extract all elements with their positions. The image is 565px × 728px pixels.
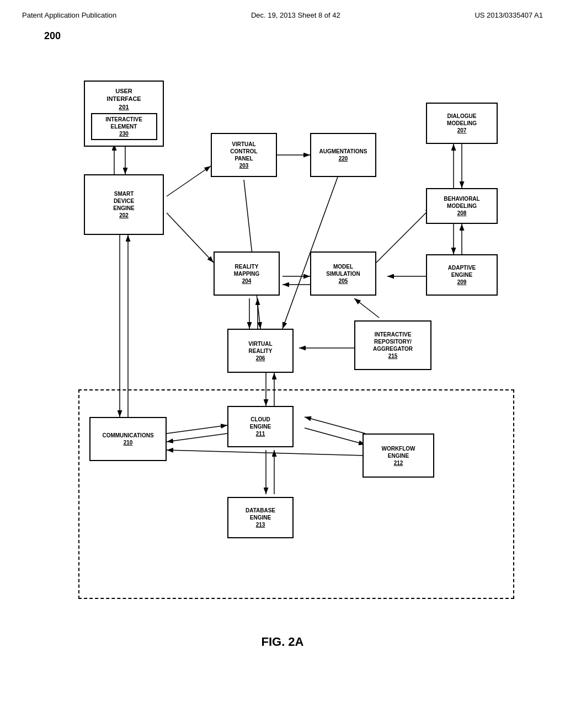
page-header: Patent Application Publication Dec. 19, … [22,11,543,19]
diagram-number: 200 [44,30,543,42]
virtual-reality-box: VIRTUALREALITY 206 [227,329,294,373]
adaptive-engine-box: ADAPTIVEENGINE 209 [426,254,498,296]
fig-label: FIG. 2A [22,635,543,649]
augmentations-box: AUGMENTATIONS 220 [310,133,376,177]
svg-line-5 [167,213,214,263]
communications-box: COMMUNICATIONS 210 [89,417,167,461]
diagram-container: USERINTERFACE 201 INTERACTIVEELEMENT 230… [45,47,520,627]
behavioral-modeling-box: BEHAVIORALMODELING 208 [426,188,498,224]
ui-box: USERINTERFACE 201 INTERACTIVEELEMENT 230 [84,81,164,147]
smart-device-engine-box: SMARTDEVICEENGINE 202 [84,174,164,235]
svg-line-11 [376,207,431,263]
header-left: Patent Application Publication [22,11,116,19]
model-simulation-box: MODELSIMULATION 205 [310,251,376,296]
page: Patent Application Publication Dec. 19, … [0,0,565,728]
dialogue-modeling-box: DIALOGUEMODELING 207 [426,103,498,144]
reality-mapping-box: REALITYMAPPING 204 [214,251,280,296]
cloud-engine-box: CLOUDENGINE 211 [227,406,294,447]
header-right: US 2013/0335407 A1 [475,11,543,19]
header-center: Dec. 19, 2013 Sheet 8 of 42 [251,11,340,19]
database-engine-box: DATABASEENGINE 213 [227,497,294,538]
svg-line-4 [167,166,211,196]
virtual-control-panel-box: VIRTUALCONTROLPANEL 203 [211,133,277,177]
workflow-engine-box: WORKFLOWENGINE 212 [363,433,434,478]
interactive-repo-box: INTERACTIVEREPOSITORY/AGGREGATOR 215 [354,320,431,370]
svg-line-20 [354,298,379,318]
